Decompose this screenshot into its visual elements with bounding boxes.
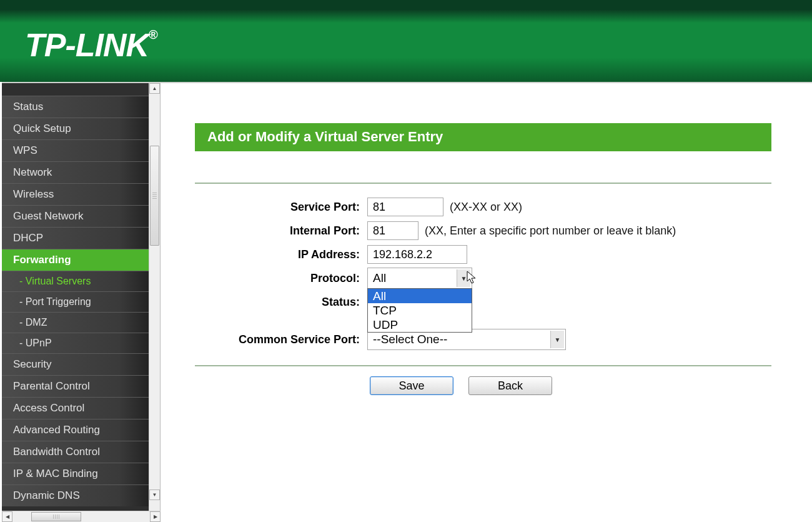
sidebar-item-guest-network[interactable]: Guest Network [2,205,149,227]
brand-logo: TP-LINK® [25,26,157,64]
chevron-down-icon[interactable]: ▼ [550,331,564,348]
row-status: Status: [195,290,771,314]
save-button[interactable]: Save [370,376,453,395]
sidebar-item-dynamic-dns[interactable]: Dynamic DNS [2,484,149,506]
row-protocol: Protocol: All ▼ All TCP UDP [195,266,771,290]
sidebar-item-label: Bandwidth Control [13,446,100,458]
main-content: Add or Modify a Virtual Server Entry Ser… [161,83,812,522]
sidebar-subitem-dmz[interactable]: - DMZ [2,312,149,333]
sidebar-item-label: Advanced Routing [13,424,100,436]
sidebar-item-forwarding[interactable]: Forwarding [2,249,149,271]
page-title: Add or Modify a Virtual Server Entry [195,123,771,151]
sidebar-item-wps[interactable]: WPS [2,139,149,161]
sidebar-vertical-scrollbar[interactable]: ▲ ▼ [149,83,160,511]
internal-port-input[interactable] [367,221,418,240]
sidebar-item-advanced-routing[interactable]: Advanced Routing [2,419,149,441]
scroll-down-arrow-icon[interactable]: ▼ [149,489,160,500]
row-ip-address: IP Address: [195,243,771,266]
sidebar-item-label: WPS [13,144,37,156]
header: TP-LINK® [0,0,812,82]
row-common-service-port: Common Service Port: --Select One-- ▼ [195,328,771,351]
row-internal-port: Internal Port: (XX, Enter a specific por… [195,219,771,243]
service-port-input[interactable] [367,198,443,216]
row-service-port: Service Port: (XX-XX or XX) [195,195,771,219]
scroll-thumb[interactable] [150,146,159,246]
sidebar-item-label: Guest Network [13,210,83,222]
sidebar-horizontal-scrollbar[interactable]: ◀ ▶ [2,511,161,522]
protocol-option-udp[interactable]: UDP [368,318,472,332]
label-ip-address: IP Address: [195,248,367,261]
sidebar-item-label: IP & MAC Binding [13,468,98,479]
label-internal-port: Internal Port: [195,224,367,238]
sidebar-item-label: Network [13,166,52,178]
sidebar-item-ip-mac-binding[interactable]: IP & MAC Binding [2,463,149,484]
sidebar-item-label: Security [13,358,51,370]
common-service-port-selected-value: --Select One-- [373,333,447,346]
sidebar-item-label: DHCP [13,232,43,244]
sidebar-item-label: Parental Control [13,380,90,392]
hint-internal-port: (XX, Enter a specific port number or lea… [425,224,676,238]
sidebar-item-dhcp[interactable]: DHCP [2,227,149,249]
protocol-dropdown[interactable]: All TCP UDP [367,288,472,333]
sidebar-subitem-upnp[interactable]: - UPnP [2,333,149,353]
sidebar-wrapper: Status Quick Setup WPS Network Wireless … [2,83,161,511]
sidebar-scroll: Status Quick Setup WPS Network Wireless … [2,83,149,511]
sidebar-subitem-port-triggering[interactable]: - Port Triggering [2,291,149,312]
protocol-selected-value: All [373,271,386,285]
sidebar-item-label: Dynamic DNS [13,489,80,501]
scroll-track[interactable] [12,511,150,522]
sidebar-item-wireless[interactable]: Wireless [2,183,149,205]
sidebar-item-label: Access Control [13,402,84,414]
divider [195,183,771,184]
scroll-left-arrow-icon[interactable]: ◀ [2,511,12,522]
label-status: Status: [195,296,367,309]
body: Status Quick Setup WPS Network Wireless … [2,82,812,522]
protocol-option-all[interactable]: All [368,289,472,303]
sidebar-item-label: - UPnP [19,338,52,348]
registered-mark: ® [149,28,157,41]
sidebar-item-label: - Port Triggering [19,296,91,307]
label-service-port: Service Port: [195,201,367,214]
scroll-thumb[interactable] [31,512,81,521]
sidebar-item-label: - Virtual Servers [19,276,91,286]
protocol-option-tcp[interactable]: TCP [368,303,472,318]
sidebar-item-security[interactable]: Security [2,353,149,375]
button-row: Save Back [195,376,771,395]
sidebar-item-status[interactable]: Status [2,96,149,118]
header-accent [0,0,812,10]
sidebar-item-quick-setup[interactable]: Quick Setup [2,118,149,139]
sidebar-item-network[interactable]: Network [2,161,149,183]
brand-name: TP-LINK [25,27,149,63]
chevron-down-icon[interactable]: ▼ [457,269,470,287]
ip-address-input[interactable] [367,245,467,264]
sidebar-item-label: Wireless [13,188,54,200]
sidebar-subitem-virtual-servers[interactable]: - Virtual Servers [2,271,149,291]
sidebar-item-parental-control[interactable]: Parental Control [2,375,149,397]
sidebar-item-access-control[interactable]: Access Control [2,397,149,419]
hint-service-port: (XX-XX or XX) [450,201,522,214]
scroll-right-arrow-icon[interactable]: ▶ [150,511,161,522]
sidebar-item-label: Quick Setup [13,123,71,134]
label-common-service-port: Common Service Port: [195,333,367,346]
back-button[interactable]: Back [468,376,552,395]
sidebar-item-bandwidth-control[interactable]: Bandwidth Control [2,441,149,463]
divider [195,365,771,366]
sidebar-item-label: Status [13,101,43,113]
sidebar-column: Status Quick Setup WPS Network Wireless … [2,83,161,522]
virtual-server-form: Service Port: (XX-XX or XX) Internal Por… [195,195,771,351]
protocol-select[interactable]: All ▼ [367,268,472,289]
scroll-up-arrow-icon[interactable]: ▲ [149,83,160,94]
label-protocol: Protocol: [195,272,367,285]
sidebar: Status Quick Setup WPS Network Wireless … [2,83,149,511]
sidebar-item-label: Forwarding [13,254,71,266]
sidebar-item-label: - DMZ [19,317,47,328]
